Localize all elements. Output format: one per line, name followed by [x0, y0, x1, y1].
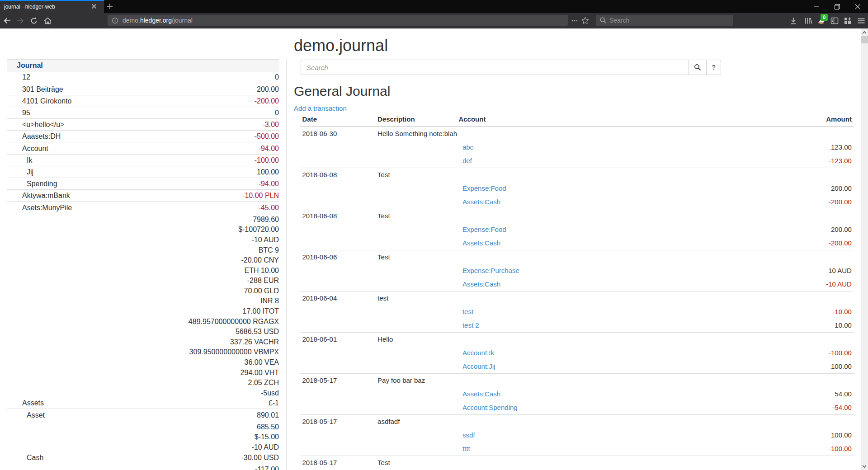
sidebar-account-row: Asets:MunyPile -45.00: [7, 202, 279, 213]
add-transaction-link[interactable]: Add a transaction: [294, 104, 347, 113]
sidebar-balance-amount: -5usd: [121, 388, 279, 399]
window-restore-icon[interactable]: [827, 0, 847, 13]
sidebar-balance-amount: 2.05 ZCH: [121, 378, 279, 388]
sidebar-account-name[interactable]: 12: [7, 71, 121, 83]
library-icon[interactable]: [804, 17, 812, 25]
sidebar-account-name[interactable]: Ik: [7, 154, 121, 166]
sidebars-icon[interactable]: [830, 17, 839, 25]
sidebar-account-name[interactable]: Cash: [7, 421, 121, 463]
window-minimize-icon[interactable]: [806, 0, 826, 13]
back-icon[interactable]: [4, 17, 11, 24]
sidebar-account-name[interactable]: Jij: [7, 166, 121, 178]
sidebar-account-row: 95 0: [7, 107, 279, 118]
transaction-title-row[interactable]: 2018-06-04 test: [300, 291, 854, 305]
transaction-title-row[interactable]: 2018-06-08 Test: [300, 209, 854, 223]
sidebar-account-name[interactable]: 95: [7, 107, 121, 118]
transaction-block: 2018-06-01 Hello Account:Ik -100.00 Acco…: [300, 332, 854, 373]
posting-account-link[interactable]: tttt: [462, 445, 470, 452]
sidebar-account-name[interactable]: <u>hello</u>: [7, 118, 121, 130]
sidebar-account-name[interactable]: Spending: [7, 178, 121, 189]
column-amount: Amount: [773, 113, 854, 127]
posting-row: tttt -100.00: [300, 442, 854, 456]
bookmark-star-icon[interactable]: [581, 17, 589, 24]
scrollbar-thumb[interactable]: [861, 36, 868, 43]
forward-icon[interactable]: [17, 17, 24, 24]
sidebar-balance-amount: -288 EUR: [121, 276, 279, 286]
sidebar-account-balance: -94.00: [121, 178, 279, 189]
home-icon[interactable]: [44, 17, 51, 24]
site-info-icon[interactable]: [112, 17, 118, 23]
page-actions-icon[interactable]: [571, 17, 578, 24]
posting-account-link[interactable]: Expense:Food: [462, 184, 506, 192]
transaction-title-row[interactable]: 2018-05-17 Test: [300, 456, 854, 470]
sidebar-account-name[interactable]: Asset: [7, 409, 121, 421]
sidebar-account-name[interactable]: 4101 Girokonto: [7, 95, 121, 107]
posting-row: Account:Spending -54.00: [300, 401, 854, 415]
transaction-description: Test: [375, 209, 456, 223]
posting-account-link[interactable]: Expense:Food: [462, 226, 506, 233]
transaction-title-row[interactable]: 2018-05-17 asdfadf: [300, 414, 854, 428]
sidebar-balance-amount: 0: [121, 108, 279, 118]
transaction-title-row[interactable]: 2018-06-30 Hello Something note:blah: [300, 127, 854, 141]
posting-account-link[interactable]: Assets:Cash: [462, 390, 500, 398]
posting-amount: 200.00: [773, 223, 854, 236]
scrollbar-up-icon[interactable]: [861, 28, 868, 36]
reload-icon[interactable]: [30, 17, 38, 24]
browser-search-bar[interactable]: Search: [596, 15, 733, 26]
sidebar-account-name[interactable]: Account: [7, 142, 121, 154]
hamburger-menu-icon[interactable]: [857, 17, 865, 25]
sidebar-balance-amount: $-15.00: [121, 432, 279, 442]
posting-account-link[interactable]: test 2: [462, 321, 479, 329]
sidebar-account-balance: 685.50$-15.00-10 AUD-30.00 USD: [121, 421, 279, 463]
journal-search-button[interactable]: [689, 60, 707, 75]
window-close-icon[interactable]: [847, 0, 868, 13]
posting-account-link[interactable]: Account:Ik: [462, 349, 494, 357]
sidebar-account-row: Aktywa:mBank -10.00 PLN: [7, 190, 279, 202]
sidebar-account-row: Assets 7989.60$-100720.00-10 AUDBTC 9-20…: [7, 213, 279, 409]
scrollbar-down-icon[interactable]: [861, 462, 868, 470]
sidebar-balance-amount: 890.01: [121, 410, 279, 421]
column-date: Date: [300, 113, 376, 127]
sidebar-balance-amount: -500.00: [121, 132, 279, 142]
page-scrollbar[interactable]: [861, 28, 868, 470]
posting-account-link[interactable]: Assets:Cash: [462, 239, 500, 247]
sidebar-balance-amount: 309.950000000000 VBMPX: [121, 347, 279, 357]
posting-amount: -10 AUD: [773, 277, 854, 291]
sidebar-balance-amount: 0: [121, 72, 279, 83]
posting-account-link[interactable]: test: [462, 308, 473, 315]
sidebar-account-name[interactable]: Assets: [7, 213, 121, 409]
transaction-date: 2018-06-30: [300, 127, 376, 141]
sidebar-balance-amount: -3.00: [121, 120, 279, 130]
posting-account-link[interactable]: def: [462, 157, 472, 164]
sidebar-account-name[interactable]: 301 Beiträge: [7, 83, 121, 95]
transaction-title-row[interactable]: 2018-05-17 Pay foo bar baz: [300, 373, 854, 387]
posting-account-link[interactable]: Account:Jij: [462, 362, 495, 370]
transaction-title-row[interactable]: 2018-06-01 Hello: [300, 332, 854, 346]
posting-account-link[interactable]: Assets:Cash: [462, 280, 500, 288]
posting-account-link[interactable]: ssdf: [462, 431, 475, 439]
search-icon: [600, 17, 606, 24]
window-controls: [0, 0, 868, 13]
sidebar-balance-amount: 7989.60: [121, 215, 279, 225]
posting-account-link[interactable]: Account:Spending: [462, 404, 518, 411]
sidebar-account-name[interactable]: Asets:MunyPile: [7, 202, 121, 213]
sidebar-account-name[interactable]: [7, 463, 121, 470]
transaction-description: Hello: [375, 332, 456, 346]
journal-search-input[interactable]: [301, 60, 689, 75]
downloads-icon[interactable]: [789, 17, 797, 25]
posting-amount: 123.00: [773, 141, 854, 154]
column-account: Account: [456, 113, 773, 127]
posting-account-link[interactable]: Expense:Purchase: [462, 267, 519, 274]
transaction-title-row[interactable]: 2018-06-06 Test: [300, 250, 854, 264]
sidebar-journal-link[interactable]: Journal: [7, 60, 279, 71]
posting-amount: 100.00: [773, 428, 854, 442]
posting-account-link[interactable]: abc: [462, 143, 473, 151]
posting-account-link[interactable]: Assets:Cash: [462, 198, 500, 206]
sidebar-account-name[interactable]: Aaasets:DH: [7, 131, 121, 142]
search-help-button[interactable]: ?: [706, 60, 721, 75]
transaction-title-row[interactable]: 2018-06-08 Test: [300, 168, 854, 182]
themes-grid-icon[interactable]: [844, 17, 852, 25]
sidebar-account-name[interactable]: Aktywa:mBank: [7, 190, 121, 202]
transaction-date: 2018-06-08: [300, 209, 376, 223]
url-bar[interactable]: demo.hledger.org/journal: [108, 15, 568, 26]
